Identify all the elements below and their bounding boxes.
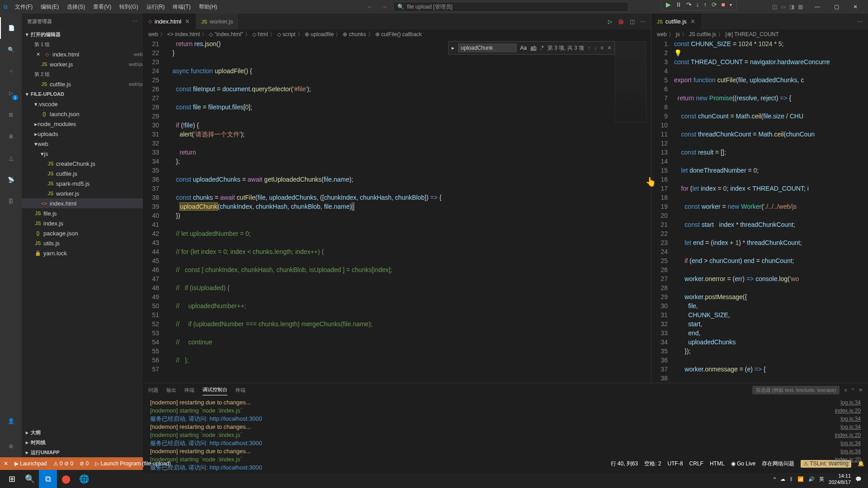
timeline-header[interactable]: ▸时间线 bbox=[22, 437, 143, 447]
file-item[interactable]: JSspark-md5.js bbox=[22, 178, 143, 188]
window-minimize[interactable]: — bbox=[808, 0, 826, 14]
folder-item[interactable]: ▾ .vscode bbox=[22, 99, 143, 109]
file-item[interactable]: 🔒yarn.lock bbox=[22, 248, 143, 258]
status-item[interactable]: ▶ Launchpad bbox=[14, 460, 47, 467]
open-editor-item[interactable]: ✕◇index.htmlweb bbox=[22, 49, 143, 59]
status-item[interactable]: ✕ bbox=[4, 460, 8, 467]
menu-item[interactable]: 帮助(H) bbox=[195, 1, 221, 13]
file-item[interactable]: JScreateChunk.js bbox=[22, 159, 143, 169]
panel-filter[interactable]: 筛选器 (例如 text, !exclude, \escape) bbox=[752, 386, 840, 394]
split-icon[interactable]: ◫ bbox=[630, 19, 635, 25]
breadcrumb-right[interactable]: web 〉 js 〉 JS cutfile.js 〉 [⊕] THREAD_CO… bbox=[651, 29, 868, 39]
activity-remote[interactable]: 🖥 bbox=[0, 126, 22, 147]
tray-bluetooth-icon[interactable]: ᛒ bbox=[790, 476, 793, 482]
taskbar-vscode[interactable]: ⧉ bbox=[39, 470, 57, 488]
tray-notifications-icon[interactable]: 💬 bbox=[855, 476, 862, 482]
activity-settings[interactable]: ⚙ bbox=[0, 436, 22, 457]
tray-lang[interactable]: 英 bbox=[819, 476, 824, 483]
debug-stepover-icon[interactable]: ↷ bbox=[686, 1, 692, 8]
open-editor-item[interactable]: JScutfile.jsweb\js bbox=[22, 79, 143, 89]
panel-tab[interactable]: 输出 bbox=[166, 385, 176, 395]
activity-search[interactable]: 🔍 bbox=[0, 39, 22, 61]
minimap[interactable] bbox=[615, 39, 651, 383]
find-regex-icon[interactable]: .* bbox=[540, 43, 544, 52]
tray-up-icon[interactable]: ^ bbox=[774, 476, 776, 482]
file-item[interactable]: <>index.html bbox=[22, 198, 143, 208]
menu-item[interactable]: 编辑(E) bbox=[37, 1, 62, 13]
terminal[interactable]: [nodemon] restarting due to changes...[n… bbox=[143, 397, 868, 473]
outline-header[interactable]: ▸大纲 bbox=[22, 427, 143, 437]
debug-continue-icon[interactable]: ▶ bbox=[666, 1, 671, 8]
minimap[interactable] bbox=[850, 39, 868, 383]
menu-item[interactable]: 文件(F) bbox=[11, 1, 36, 13]
panel-maximize-icon[interactable]: ^ bbox=[852, 385, 854, 394]
file-item[interactable]: {}launch.json bbox=[22, 109, 143, 119]
project-header[interactable]: ▾FILE-UPLOAD bbox=[22, 89, 143, 99]
command-center[interactable]: 🔍 file upload [管理员] bbox=[393, 2, 628, 12]
nav-forward[interactable]: → bbox=[379, 1, 390, 12]
folder-item[interactable]: ▸ uploads bbox=[22, 129, 143, 139]
activity-scm[interactable]: ⑂ bbox=[0, 61, 22, 82]
nav-back[interactable]: ← bbox=[364, 1, 375, 12]
code-editor[interactable]: return res.json() } async function uploa… bbox=[165, 39, 615, 383]
close-icon[interactable]: ✕ bbox=[185, 18, 190, 25]
taskbar-chrome[interactable]: 🌐 bbox=[75, 470, 93, 488]
taskbar-search[interactable]: 🔍 bbox=[21, 470, 39, 488]
menu-item[interactable]: 转到(G) bbox=[116, 1, 142, 13]
open-editors-header[interactable]: ▾打开的编辑器 bbox=[22, 29, 143, 39]
uniapp-header[interactable]: ▸运行UNIAPP bbox=[22, 447, 143, 457]
more-icon[interactable]: ⋯ bbox=[857, 19, 863, 25]
activity-live[interactable]: 📡 bbox=[0, 169, 22, 191]
open-editor-item[interactable]: JSworker.jsweb\js bbox=[22, 59, 143, 69]
tab-cutfile-js[interactable]: JScutfile.js✕ bbox=[651, 14, 701, 29]
status-item[interactable]: ⚠ 0 ⊘ 0 bbox=[53, 460, 73, 467]
folder-item[interactable]: ▸ node_modules bbox=[22, 119, 143, 129]
tray-wifi-icon[interactable]: 📶 bbox=[797, 476, 804, 482]
panel-list-icon[interactable]: ≡ bbox=[844, 385, 847, 394]
breadcrumb-left[interactable]: web 〉 <> index.html 〉 ◇ "index.html" 〉 ◇… bbox=[143, 29, 651, 39]
file-item[interactable]: {}package.json bbox=[22, 228, 143, 238]
file-item[interactable]: JSfile.js bbox=[22, 208, 143, 218]
find-input[interactable] bbox=[458, 43, 517, 52]
find-close-icon[interactable]: ✕ bbox=[607, 43, 612, 52]
folder-item[interactable]: ▾ js bbox=[22, 149, 143, 159]
more-icon[interactable]: ⋯ bbox=[640, 19, 646, 25]
menu-item[interactable]: 查看(V) bbox=[90, 1, 115, 13]
activity-explorer[interactable]: 📄 bbox=[0, 17, 22, 39]
start-button[interactable]: ⊞ bbox=[3, 470, 21, 488]
file-item[interactable]: JSworker.js bbox=[22, 188, 143, 198]
debug-pause-icon[interactable]: ⏸ bbox=[675, 1, 682, 8]
menu-item[interactable]: 选择(S) bbox=[63, 1, 89, 13]
find-expand-icon[interactable]: ▸ bbox=[452, 43, 454, 52]
window-close[interactable]: ✕ bbox=[846, 0, 864, 14]
panel-close-icon[interactable]: ✕ bbox=[859, 385, 863, 395]
find-selection-icon[interactable]: ≡ bbox=[600, 43, 604, 52]
tab-index-html[interactable]: ◇index.html✕ bbox=[143, 14, 196, 29]
run-icon[interactable]: ▷ bbox=[608, 19, 612, 25]
debug-stepout-icon[interactable]: ↑ bbox=[704, 1, 707, 8]
find-prev-icon[interactable]: ↑ bbox=[588, 43, 590, 52]
code-editor[interactable]: const CHUNK_SIZE = 1024 * 1024 * 5;💡cons… bbox=[674, 39, 850, 383]
debug-stop-icon[interactable]: ■ bbox=[722, 1, 725, 8]
layout-sidebar-icon[interactable]: ◫ bbox=[772, 4, 777, 10]
taskbar-record[interactable]: ⬤ bbox=[57, 470, 75, 488]
panel-tab[interactable]: 终端 bbox=[184, 385, 194, 395]
sidebar-more-icon[interactable]: ⋯ bbox=[132, 19, 137, 24]
tray-volume-icon[interactable]: 🔊 bbox=[808, 476, 815, 482]
file-item[interactable]: JSutils.js bbox=[22, 238, 143, 248]
layout-customize-icon[interactable]: ▦ bbox=[798, 4, 803, 10]
window-maximize[interactable]: ▢ bbox=[827, 0, 845, 14]
file-item[interactable]: JScutfile.js bbox=[22, 169, 143, 178]
menu-item[interactable]: 运行(R) bbox=[143, 1, 169, 13]
folder-item[interactable]: ▾ web bbox=[22, 139, 143, 149]
activity-test[interactable]: △ bbox=[0, 147, 22, 169]
panel-tab[interactable]: 问题 bbox=[148, 385, 158, 395]
activity-db[interactable]: 🗄 bbox=[0, 191, 22, 212]
close-icon[interactable]: ✕ bbox=[690, 18, 695, 25]
tray-clock[interactable]: 14:11 2024/8/17 bbox=[829, 473, 851, 485]
layout-panel-icon[interactable]: ▭ bbox=[781, 4, 786, 10]
debug-restart-icon[interactable]: ⟳ bbox=[712, 1, 717, 8]
debug-dropdown-icon[interactable]: ▾ bbox=[730, 2, 732, 7]
tray-cloud-icon[interactable]: ☁ bbox=[780, 476, 785, 482]
panel-tab[interactable]: 调试控制台 bbox=[203, 385, 227, 395]
